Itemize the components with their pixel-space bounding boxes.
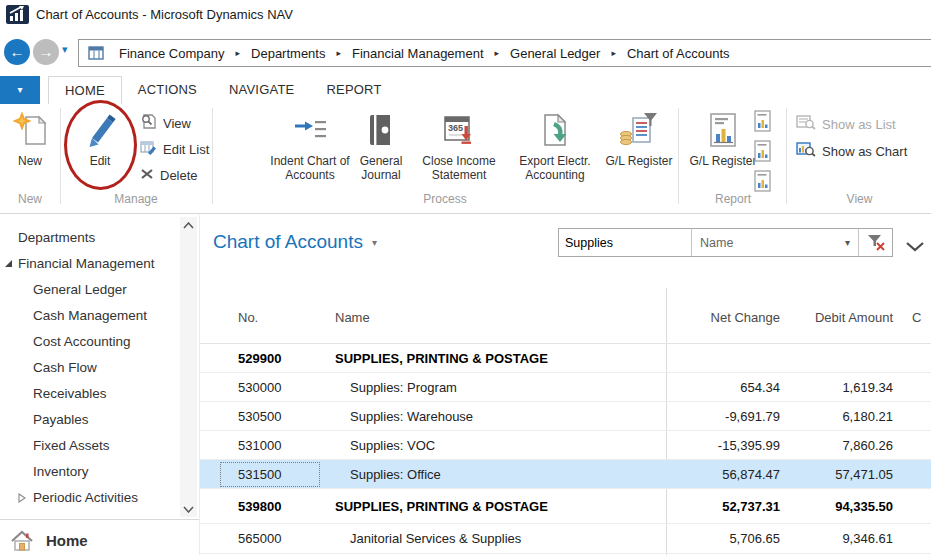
sidebar-item-periodic-activities[interactable]: Periodic Activities bbox=[0, 485, 178, 511]
mini-report-button[interactable] bbox=[752, 168, 772, 194]
page-title[interactable]: Chart of Accounts▾ bbox=[213, 231, 377, 253]
mini-report-icon bbox=[754, 140, 771, 162]
sidebar-item-cash-flow[interactable]: Cash Flow bbox=[0, 355, 178, 381]
mini-report-button[interactable] bbox=[752, 138, 772, 164]
delete-button[interactable]: Delete bbox=[140, 164, 198, 186]
ribbon-separator bbox=[60, 108, 61, 204]
expanded-triangle-icon[interactable] bbox=[4, 259, 13, 268]
show-as-list-label: Show as List bbox=[822, 117, 896, 132]
home-nav-button[interactable]: Home bbox=[0, 526, 199, 555]
scroll-down-icon[interactable] bbox=[180, 501, 197, 517]
breadcrumb-separator-icon: ▸ bbox=[486, 48, 509, 58]
close-income-statement-button[interactable]: 365 Close Income Statement bbox=[414, 108, 504, 182]
edit-list-button[interactable]: Edit List bbox=[140, 138, 209, 160]
sidebar-item-receivables[interactable]: Receivables bbox=[0, 381, 178, 407]
back-button[interactable]: ← bbox=[4, 39, 30, 65]
edit-button-label: Edit bbox=[90, 154, 111, 168]
export-electr-accounting-button[interactable]: Export Electr. Accounting bbox=[506, 108, 604, 182]
focused-cell[interactable]: 531500 bbox=[220, 462, 320, 487]
table-row[interactable]: 530000 Supplies: Program 654.34 1,619.34 bbox=[200, 373, 931, 402]
table-row-selected[interactable]: 531500 Supplies: Office 56,874.47 57,471… bbox=[200, 460, 931, 489]
column-header-credit-amount[interactable]: C bbox=[896, 300, 931, 343]
column-header-net-change[interactable]: Net Change bbox=[666, 300, 780, 343]
new-button-label: New bbox=[18, 154, 42, 168]
search-input[interactable] bbox=[559, 229, 691, 256]
ribbon-separator bbox=[786, 108, 787, 204]
sidebar-item-financial-management[interactable]: Financial Management bbox=[0, 251, 178, 277]
history-dropdown-icon[interactable]: ▾ bbox=[62, 43, 68, 56]
gl-register-button-label: G/L Register bbox=[606, 154, 673, 168]
address-bar[interactable]: Finance Company ▸ Departments ▸ Financia… bbox=[78, 39, 931, 67]
export-electr-accounting-button-label: Export Electr. Accounting bbox=[506, 154, 604, 182]
group-label-view: View bbox=[788, 192, 931, 206]
sidebar-item-fixed-assets[interactable]: Fixed Assets bbox=[0, 433, 178, 459]
ribbon-tab-row: ▾ HOME ACTIONS NAVIGATE REPORT bbox=[0, 72, 931, 104]
table-row[interactable]: 539800 SUPPLIES, PRINTING & POSTAGE 52,7… bbox=[200, 489, 931, 524]
edit-pencil-icon bbox=[82, 108, 118, 152]
edit-button[interactable]: Edit bbox=[68, 108, 132, 168]
tab-actions[interactable]: ACTIONS bbox=[122, 76, 213, 104]
table-header: No. Name Net Change Debit Amount C bbox=[200, 300, 931, 343]
gl-register-report-button[interactable]: G/L Register bbox=[688, 108, 758, 168]
mini-report-button[interactable] bbox=[752, 108, 772, 134]
page-title-caret-icon[interactable]: ▾ bbox=[372, 237, 377, 248]
show-as-chart-label: Show as Chart bbox=[822, 144, 907, 159]
sidebar-scrollbar[interactable] bbox=[180, 217, 197, 517]
sidebar-item-cost-accounting[interactable]: Cost Accounting bbox=[0, 329, 178, 355]
mini-report-icon bbox=[754, 110, 771, 132]
sidebar-item-inventory[interactable]: Inventory bbox=[0, 459, 178, 485]
gl-register-report-button-label: G/L Register bbox=[690, 154, 757, 168]
breadcrumb-item-departments[interactable]: Departments bbox=[249, 46, 327, 61]
view-magnifier-icon bbox=[140, 113, 157, 133]
navigation-row: ← → ▾ Finance Company ▸ Departments ▸ Fi… bbox=[0, 30, 931, 72]
breadcrumb-item-chart-of-accounts[interactable]: Chart of Accounts bbox=[625, 46, 732, 61]
filter-column-dropdown[interactable]: Name ▾ bbox=[692, 229, 858, 256]
gl-register-button[interactable]: G/L Register bbox=[604, 108, 674, 168]
dynamics-nav-app-icon bbox=[6, 5, 29, 24]
indent-chart-of-accounts-button[interactable]: Indent Chart of Accounts bbox=[256, 108, 364, 182]
clear-filter-button[interactable] bbox=[859, 229, 892, 256]
breadcrumb-item-financial-management[interactable]: Financial Management bbox=[350, 46, 486, 61]
tab-navigate[interactable]: NAVIGATE bbox=[213, 76, 310, 104]
navigation-pane: Departments Financial Management General… bbox=[0, 215, 200, 555]
close-income-statement-button-label: Close Income Statement bbox=[414, 154, 504, 182]
table-row[interactable]: 529900 SUPPLIES, PRINTING & POSTAGE bbox=[200, 344, 931, 373]
sidebar-item-payables[interactable]: Payables bbox=[0, 407, 178, 433]
breadcrumb-item-general-ledger[interactable]: General Ledger bbox=[508, 46, 602, 61]
table-row[interactable]: 530500 Supplies: Warehouse -9,691.79 6,1… bbox=[200, 402, 931, 431]
breadcrumb-item-company[interactable]: Finance Company bbox=[117, 46, 227, 61]
home-label: Home bbox=[46, 532, 88, 549]
column-header-name[interactable]: Name bbox=[320, 300, 666, 343]
application-menu-button[interactable]: ▾ bbox=[0, 76, 40, 104]
table-row[interactable]: 531000 Supplies: VOC -15,395.99 7,860.26 bbox=[200, 431, 931, 460]
sidebar-item-general-ledger[interactable]: General Ledger bbox=[0, 277, 178, 303]
filter-column-caret-icon: ▾ bbox=[845, 237, 850, 248]
table-row[interactable]: 565000 Janitorial Services & Supplies 5,… bbox=[200, 524, 931, 554]
delete-button-label: Delete bbox=[160, 168, 198, 183]
funnel-clear-icon bbox=[867, 234, 885, 251]
show-as-list-icon bbox=[796, 115, 816, 133]
sidebar-item-departments[interactable]: Departments bbox=[0, 225, 178, 251]
view-button[interactable]: View bbox=[140, 112, 191, 134]
new-button[interactable]: New bbox=[2, 108, 58, 168]
show-as-chart-button[interactable]: Show as Chart bbox=[796, 140, 907, 162]
group-label-manage: Manage bbox=[62, 192, 210, 206]
breadcrumb: Finance Company ▸ Departments ▸ Financia… bbox=[117, 46, 732, 61]
export-page-green-arrow-icon bbox=[540, 108, 570, 152]
collapsed-triangle-icon[interactable] bbox=[17, 493, 26, 503]
indent-button-label: Indent Chart of Accounts bbox=[256, 154, 364, 182]
scroll-up-icon[interactable] bbox=[180, 217, 197, 233]
navigation-tree: Departments Financial Management General… bbox=[0, 225, 178, 511]
general-journal-button[interactable]: General Journal bbox=[350, 108, 412, 182]
tab-report[interactable]: REPORT bbox=[310, 76, 397, 104]
forward-button[interactable]: → bbox=[33, 39, 59, 65]
column-header-no[interactable]: No. bbox=[200, 300, 320, 343]
column-header-debit-amount[interactable]: Debit Amount bbox=[780, 300, 896, 343]
delete-x-icon bbox=[140, 167, 154, 184]
table-grid-icon bbox=[88, 46, 104, 60]
show-as-list-button: Show as List bbox=[796, 113, 896, 135]
sidebar-item-cash-management[interactable]: Cash Management bbox=[0, 303, 178, 329]
svg-text:365: 365 bbox=[448, 123, 463, 133]
tab-home[interactable]: HOME bbox=[48, 76, 122, 104]
collapse-header-chevron-icon[interactable] bbox=[906, 238, 924, 256]
